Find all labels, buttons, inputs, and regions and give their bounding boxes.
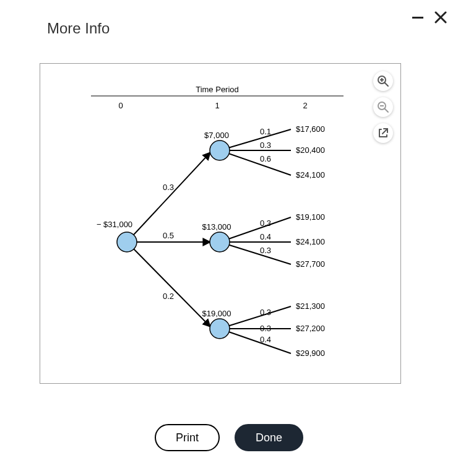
svg-text:0.4: 0.4	[260, 335, 271, 344]
svg-text:2: 2	[303, 101, 307, 110]
svg-text:0.3: 0.3	[260, 324, 271, 333]
svg-text:$17,600: $17,600	[296, 124, 325, 134]
svg-point-28	[210, 141, 230, 160]
svg-line-26	[220, 329, 291, 353]
minimize-icon	[412, 17, 423, 19]
svg-line-17	[127, 242, 210, 327]
svg-text:$29,900: $29,900	[296, 348, 325, 358]
svg-text:0.2: 0.2	[163, 292, 174, 301]
dialog-title: More Info	[47, 20, 110, 37]
close-button[interactable]	[434, 11, 447, 24]
svg-text:1: 1	[215, 101, 219, 110]
svg-line-23	[220, 242, 291, 264]
svg-text:0: 0	[118, 101, 123, 110]
svg-text:− $31,000: − $31,000	[97, 220, 132, 229]
svg-point-30	[210, 319, 230, 339]
svg-text:0.3: 0.3	[260, 308, 271, 317]
svg-text:0.3: 0.3	[163, 183, 174, 192]
print-button[interactable]: Print	[155, 424, 220, 451]
svg-text:0.6: 0.6	[260, 154, 271, 163]
svg-point-27	[117, 232, 137, 252]
svg-line-20	[220, 150, 291, 175]
window-controls	[412, 11, 447, 24]
svg-text:$13,000: $13,000	[202, 222, 231, 232]
svg-text:0.3: 0.3	[260, 219, 271, 228]
svg-text:0.4: 0.4	[260, 232, 271, 241]
svg-text:$20,400: $20,400	[296, 145, 325, 155]
minimize-button[interactable]	[412, 17, 423, 19]
content-frame: Time Period 0 1 2	[40, 63, 401, 384]
svg-point-29	[210, 232, 230, 252]
svg-text:$24,100: $24,100	[296, 237, 325, 246]
svg-text:$21,300: $21,300	[296, 301, 325, 311]
done-button[interactable]: Done	[235, 424, 303, 451]
svg-line-15	[127, 152, 210, 242]
dialog-window: More Info	[0, 0, 458, 476]
svg-text:Time Period: Time Period	[196, 85, 239, 94]
svg-text:$24,100: $24,100	[296, 170, 325, 180]
close-icon	[434, 11, 447, 24]
svg-text:$19,000: $19,000	[202, 309, 231, 318]
svg-text:0.3: 0.3	[260, 141, 271, 150]
svg-line-18	[220, 129, 291, 150]
svg-text:0.3: 0.3	[260, 246, 271, 255]
svg-text:$27,700: $27,700	[296, 259, 325, 269]
dialog-footer: Print Done	[0, 424, 458, 451]
svg-text:$19,100: $19,100	[296, 212, 325, 222]
svg-text:0.5: 0.5	[163, 231, 174, 240]
svg-text:0.1: 0.1	[260, 127, 271, 136]
svg-text:$27,200: $27,200	[296, 324, 325, 333]
tree-diagram: Time Period 0 1 2	[40, 64, 400, 383]
svg-text:$7,000: $7,000	[204, 131, 229, 140]
